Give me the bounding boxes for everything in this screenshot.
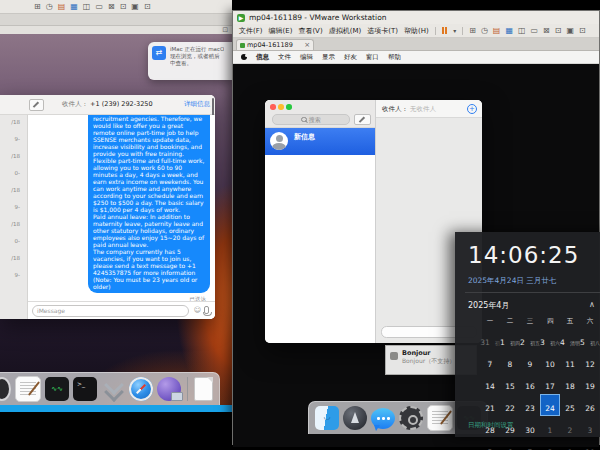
menu-item[interactable]: 查看(V): [298, 26, 322, 36]
send-ctrl-alt-del-icon[interactable]: ⊞: [469, 27, 476, 35]
calendar-day[interactable]: 16: [520, 372, 540, 394]
sharing-icon[interactable]: [157, 377, 181, 401]
launchpad-icon[interactable]: [343, 406, 367, 430]
add-recipient-icon[interactable]: +: [467, 104, 477, 114]
vmware-tabstrip-left[interactable]: [0, 14, 232, 26]
downloads-icon[interactable]: [101, 377, 125, 401]
calendar-day[interactable]: 9: [560, 438, 580, 450]
calendar-day[interactable]: 21: [480, 394, 500, 416]
menubar-item[interactable]: 窗口: [366, 53, 379, 62]
calendar-day[interactable]: 10: [540, 350, 560, 372]
calendar-day[interactable]: 17: [540, 372, 560, 394]
calendar-day[interactable]: 22: [500, 394, 520, 416]
vm-tab[interactable]: mp04-161189 ×: [236, 39, 314, 50]
message-input[interactable]: iMessage: [32, 305, 189, 317]
compose-button[interactable]: [354, 114, 371, 125]
calendar-day[interactable]: 2: [560, 416, 580, 438]
dock-divider-icon[interactable]: [187, 377, 188, 401]
apple-menu-icon[interactable]: [241, 54, 247, 60]
fullscreen-icon[interactable]: ⊠: [543, 27, 550, 35]
conversation-fragment[interactable]: 9-: [0, 204, 27, 221]
calendar-day[interactable]: 2 初五: [520, 328, 540, 350]
calendar-day[interactable]: 10: [580, 438, 600, 450]
conversation-fragment[interactable]: /18: [0, 221, 27, 238]
unity-icon[interactable]: ⊡: [555, 27, 562, 35]
calendar-day[interactable]: 14: [480, 372, 500, 394]
app-cut-icon[interactable]: [0, 377, 11, 401]
conversation-fragment[interactable]: 0-: [0, 170, 27, 187]
menubar-item[interactable]: 信息: [256, 53, 269, 62]
search-input[interactable]: 搜索: [272, 114, 350, 125]
calendar-day[interactable]: 5: [480, 438, 500, 450]
conversation-fragment[interactable]: 0-: [0, 238, 27, 255]
calendar-day[interactable]: 23: [520, 394, 540, 416]
conversation-fragment[interactable]: /18: [0, 119, 27, 136]
vm-power-icon[interactable]: ⊞: [34, 3, 41, 11]
safari-icon[interactable]: [129, 377, 153, 401]
calendar-day[interactable]: 30: [520, 416, 540, 438]
conversation-fragment[interactable]: /18: [0, 187, 27, 204]
calendar-month-label[interactable]: 2025年4月: [468, 300, 509, 311]
calendar-day[interactable]: 7: [520, 438, 540, 450]
collapse-chevron-icon[interactable]: ∧: [589, 300, 595, 309]
to-row[interactable]: 收件人： 无收件人: [382, 105, 436, 114]
restore-toolbar-icon[interactable]: ⊡: [222, 26, 228, 34]
printer-icon[interactable]: ▤: [493, 27, 501, 35]
calendar-day[interactable]: 9: [520, 350, 540, 372]
calendar-day[interactable]: 19: [580, 372, 600, 394]
emoji-picker-icon[interactable]: ☺: [194, 306, 201, 314]
menubar-item[interactable]: 显示: [322, 53, 335, 62]
menubar-item[interactable]: 编辑: [300, 53, 313, 62]
menu-item[interactable]: 选项卡(T): [367, 26, 398, 36]
date-time-settings-link[interactable]: 日期和时间设置: [468, 421, 514, 430]
calendar-day[interactable]: 1 初四: [500, 328, 520, 350]
activity-monitor-icon[interactable]: [45, 377, 69, 401]
macos-notification[interactable]: ⇄ iMac 正在运行 macO现在浏览，或者稍后中查看。: [148, 42, 232, 80]
clock-date[interactable]: 2025年4月24日 三月廿七: [468, 276, 556, 286]
calendar-day[interactable]: 4 清明: [560, 328, 580, 350]
snapshot-clock-icon[interactable]: ◷: [46, 3, 53, 11]
menubar-item[interactable]: 帮助: [388, 53, 401, 62]
menu-item[interactable]: 帮助(H): [404, 26, 429, 36]
textedit-icon[interactable]: [427, 405, 453, 431]
pause-caret-icon[interactable]: ▾: [453, 27, 456, 34]
calendar-day[interactable]: 8: [500, 350, 520, 372]
conversation-fragment[interactable]: /18: [0, 153, 27, 170]
minimize-traffic-light[interactable]: [278, 104, 284, 110]
calendar-day[interactable]: 24: [540, 394, 560, 416]
messages-ic-icon[interactable]: [371, 408, 395, 429]
textedit-icon[interactable]: [15, 376, 41, 402]
system-preferences-icon[interactable]: [399, 406, 423, 430]
calendar-day[interactable]: 11: [560, 350, 580, 372]
usb-device-icon[interactable]: ▦: [70, 3, 78, 11]
calendar-day[interactable]: 1: [540, 416, 560, 438]
menubar-item[interactable]: 好友: [344, 53, 357, 62]
close-traffic-light[interactable]: [270, 104, 276, 110]
panel-thumbnail-icon[interactable]: ▭: [531, 27, 539, 35]
calendar-day[interactable]: 31 初三: [480, 328, 500, 350]
pause-vm-icon[interactable]: [442, 27, 448, 34]
calendar-day[interactable]: 15: [500, 372, 520, 394]
menu-item[interactable]: 编辑(E): [269, 26, 293, 36]
calendar-day[interactable]: 5 初八: [580, 328, 600, 350]
usb-device-icon[interactable]: ▦: [505, 27, 513, 35]
compose-button[interactable]: [29, 99, 44, 111]
calendar-day[interactable]: 3 初六: [540, 328, 560, 350]
calendar-day[interactable]: 3: [580, 416, 600, 438]
menubar-item[interactable]: 文件: [278, 53, 291, 62]
calendar-day[interactable]: 18: [560, 372, 580, 394]
calendar-day[interactable]: 25: [560, 394, 580, 416]
unity-icon[interactable]: ⊡: [120, 3, 127, 11]
calendar-day[interactable]: 26: [580, 394, 600, 416]
finder-icon[interactable]: [315, 406, 339, 430]
calendar-day[interactable]: 8: [540, 438, 560, 450]
conversation-row-selected[interactable]: 新信息: [265, 128, 375, 155]
details-link[interactable]: 详细信息: [184, 100, 210, 109]
menu-item[interactable]: 虚拟机(M): [329, 26, 362, 36]
menu-item[interactable]: 文件(F): [239, 26, 263, 36]
conversation-fragment[interactable]: 9-: [0, 136, 27, 153]
zoom-traffic-light[interactable]: [286, 104, 292, 110]
console-view-icon[interactable]: ▣: [131, 3, 139, 11]
terminal-icon[interactable]: [73, 377, 97, 401]
calendar-day[interactable]: 6: [500, 438, 520, 450]
